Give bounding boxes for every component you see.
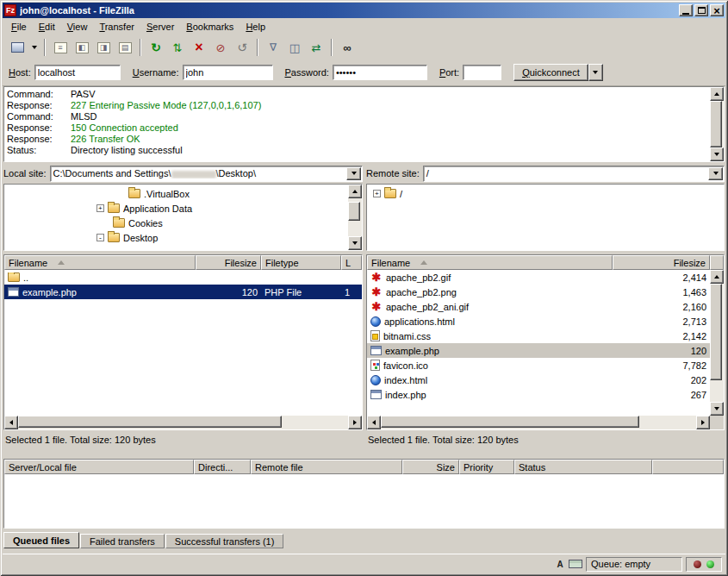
html-file-icon — [370, 316, 381, 327]
menu-edit[interactable]: Edit — [33, 20, 61, 34]
scroll-down-button[interactable] — [348, 236, 362, 250]
local-site-dropdown-button[interactable] — [346, 167, 361, 180]
status-column-header[interactable]: Status — [514, 460, 652, 474]
path-suffix: \Desktop\ — [216, 168, 256, 178]
queue-list-empty[interactable] — [4, 474, 724, 528]
tree-item[interactable]: -Desktop — [4, 230, 348, 245]
file-row-selected[interactable]: example.php 120 PHP File 1 — [4, 285, 362, 299]
scrollbar-thumb[interactable] — [381, 416, 639, 428]
local-site-combo[interactable]: C:\Documents and Settings\\Desktop\ — [50, 166, 363, 182]
arrow-up-icon — [714, 92, 719, 96]
size-column-header[interactable]: Size — [402, 460, 459, 474]
tab-queued-files[interactable]: Queued files — [3, 532, 79, 548]
file-row[interactable]: index.html 202 — [367, 373, 710, 387]
local-list-hscrollbar[interactable] — [4, 416, 362, 429]
log-message: 226 Transfer OK — [71, 134, 140, 144]
remote-list-scrollbar[interactable] — [710, 270, 724, 416]
local-tree-scrollbar[interactable] — [348, 185, 362, 250]
site-manager-dropdown-button[interactable] — [28, 38, 40, 57]
tree-item[interactable]: Cookies — [4, 216, 348, 230]
menu-transfer[interactable]: Transfer — [93, 20, 140, 34]
direction-column-header[interactable]: Directi... — [194, 460, 251, 474]
filesize-column-header[interactable]: Filesize — [613, 255, 710, 270]
scroll-up-button[interactable] — [710, 270, 724, 284]
file-row[interactable]: bitnami.css 2,142 — [367, 329, 710, 343]
menu-help[interactable]: Help — [240, 20, 271, 34]
quickconnect-dropdown-button[interactable] — [588, 64, 603, 81]
process-queue-button[interactable]: ⇅ — [167, 38, 188, 57]
scrollbar-thumb[interactable] — [18, 416, 282, 428]
password-input[interactable] — [333, 65, 427, 80]
cancel-operation-button[interactable]: × — [189, 38, 209, 57]
filetype-column-header[interactable]: Filetype — [261, 255, 341, 270]
tab-failed-transfers[interactable]: Failed transfers — [80, 534, 165, 548]
quickconnect-button[interactable]: Quickconnect — [513, 64, 588, 81]
remote-site-dropdown-button[interactable] — [708, 167, 723, 180]
minimize-button[interactable] — [679, 4, 693, 16]
toggle-message-log-button[interactable]: ≡ — [50, 38, 71, 57]
close-button[interactable] — [710, 4, 724, 16]
scrollbar-track[interactable] — [710, 101, 724, 147]
tree-item[interactable]: .VirtualBox — [4, 186, 348, 201]
disconnect-button[interactable]: ⊘ — [210, 38, 231, 57]
lastmodified-column-header[interactable]: L — [341, 255, 362, 270]
remote-file-column-header[interactable]: Remote file — [251, 460, 402, 474]
filesize-column-header[interactable]: Filesize — [196, 255, 261, 270]
directory-comparison-button[interactable]: ◫ — [284, 38, 305, 57]
file-row[interactable]: favicon.ico 7,782 — [367, 358, 710, 373]
filter-button[interactable]: ∇ — [263, 38, 283, 57]
scroll-down-button[interactable] — [710, 147, 724, 161]
toggle-queue-button[interactable]: ▤ — [115, 38, 135, 57]
toggle-remote-tree-button[interactable]: ◨ — [93, 38, 114, 57]
remote-list-hscrollbar[interactable] — [367, 416, 724, 429]
scroll-left-button[interactable] — [367, 416, 381, 429]
parent-directory-row[interactable]: .. — [4, 270, 362, 285]
file-row-selected[interactable]: example.php 120 — [367, 343, 710, 358]
scrollbar-track[interactable] — [348, 198, 362, 236]
file-row[interactable]: applications.html 2,713 — [367, 314, 710, 329]
scrollbar-thumb[interactable] — [710, 101, 722, 147]
menu-file[interactable]: File — [5, 20, 33, 34]
log-scrollbar[interactable] — [710, 87, 724, 161]
server-local-file-column-header[interactable]: Server/Local file — [4, 460, 194, 474]
synchronized-browsing-button[interactable]: ⇄ — [306, 38, 327, 57]
maximize-button[interactable] — [694, 4, 708, 16]
expand-icon[interactable]: + — [96, 204, 104, 212]
filename-column-header[interactable]: Filename — [4, 255, 196, 270]
file-row[interactable]: apache_pb2.png 1,463 — [367, 285, 710, 299]
file-row[interactable]: apache_pb2.gif 2,414 — [367, 270, 710, 285]
column-label: Filesize — [225, 258, 257, 268]
file-row[interactable]: apache_pb2_ani.gif 2,160 — [367, 299, 710, 314]
site-manager-button[interactable] — [7, 38, 28, 57]
tab-successful-transfers[interactable]: Successful transfers (1) — [165, 534, 284, 548]
refresh-button[interactable]: ↻ — [146, 38, 166, 57]
scroll-right-button[interactable] — [696, 416, 710, 429]
scrollbar-thumb[interactable] — [710, 284, 722, 380]
scroll-left-button[interactable] — [4, 416, 18, 429]
scroll-up-button[interactable] — [348, 185, 362, 198]
host-input[interactable] — [34, 65, 121, 80]
tree-item[interactable]: +Application Data — [4, 201, 348, 216]
remote-site-combo[interactable]: / — [423, 166, 725, 182]
scrollbar-track[interactable] — [18, 416, 348, 429]
toggle-local-tree-button[interactable]: ◧ — [72, 38, 92, 57]
reconnect-button[interactable]: ↺ — [232, 38, 252, 57]
file-row[interactable]: index.php 267 — [367, 387, 710, 402]
menu-view[interactable]: View — [61, 20, 94, 34]
menu-bookmarks[interactable]: Bookmarks — [180, 20, 240, 34]
priority-column-header[interactable]: Priority — [459, 460, 514, 474]
filename-column-header[interactable]: Filename — [367, 255, 613, 270]
find-files-button[interactable]: ∞ — [337, 38, 358, 57]
port-input[interactable] — [463, 65, 501, 80]
expand-icon[interactable]: + — [373, 190, 381, 197]
scrollbar-track[interactable] — [381, 416, 696, 429]
tree-item[interactable]: +/ — [367, 186, 724, 201]
scroll-up-button[interactable] — [710, 87, 724, 101]
scrollbar-thumb[interactable] — [348, 202, 360, 221]
scroll-right-button[interactable] — [348, 416, 362, 429]
username-input[interactable] — [183, 65, 273, 80]
scrollbar-track[interactable] — [710, 284, 724, 402]
menu-server[interactable]: Server — [140, 20, 180, 34]
collapse-icon[interactable]: - — [96, 234, 104, 241]
scroll-down-button[interactable] — [710, 402, 724, 416]
